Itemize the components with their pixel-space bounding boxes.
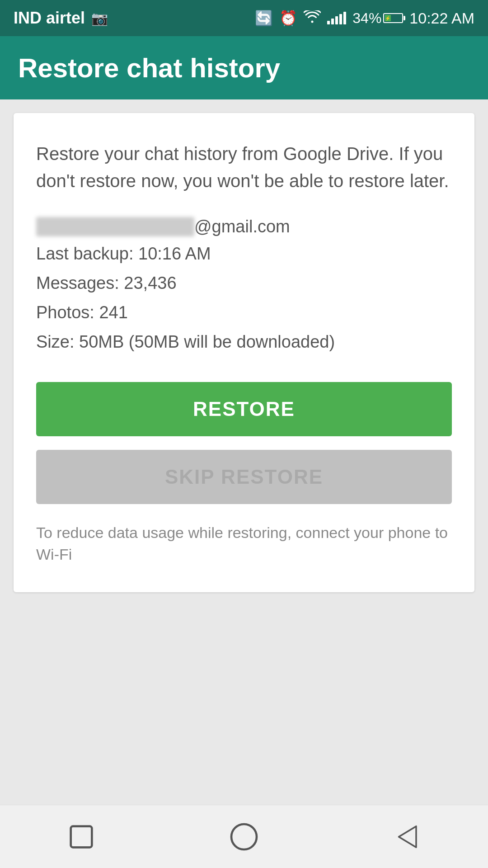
svg-point-1	[231, 824, 257, 849]
app-bar: Restore chat history	[0, 36, 488, 99]
backup-size: Size: 50MB (50MB will be downloaded)	[36, 329, 452, 355]
backup-info: █████████████@gmail.com Last backup: 10:…	[36, 217, 452, 355]
last-backup: Last backup: 10:16 AM	[36, 241, 452, 267]
wifi-icon	[304, 10, 321, 27]
main-content: Restore your chat history from Google Dr…	[0, 99, 488, 606]
home-icon	[228, 821, 260, 853]
signal-icon	[327, 12, 346, 24]
battery-indicator: 34%	[352, 10, 403, 27]
skip-restore-button[interactable]: SKIP RESTORE	[36, 450, 452, 504]
email-domain: @gmail.com	[194, 217, 290, 236]
nav-bar	[0, 805, 488, 868]
photos-count: Photos: 241	[36, 300, 452, 326]
alarm-icon: ⏰	[279, 9, 297, 27]
screenshot-icon: 📷	[91, 10, 108, 26]
battery-percent: 34%	[352, 10, 381, 27]
restore-button[interactable]: RESTORE	[36, 382, 452, 436]
svg-marker-2	[399, 826, 417, 847]
back-icon	[391, 821, 422, 853]
sync-icon: 🔄	[255, 9, 273, 27]
home-button[interactable]	[226, 819, 262, 855]
page-title: Restore chat history	[18, 52, 280, 84]
status-bar: IND airtel 📷 🔄 ⏰ 34%	[0, 0, 488, 36]
email-blurred: █████████████	[36, 217, 194, 236]
description-text: Restore your chat history from Google Dr…	[36, 140, 452, 194]
status-left: IND airtel 📷	[14, 9, 108, 28]
battery-icon	[383, 13, 403, 23]
carrier-name: IND airtel	[14, 9, 85, 28]
restore-card: Restore your chat history from Google Dr…	[14, 113, 474, 592]
svg-rect-0	[71, 826, 92, 847]
messages-count: Messages: 23,436	[36, 270, 452, 296]
back-button[interactable]	[389, 819, 425, 855]
wifi-note: To reduce data usage while restoring, co…	[36, 522, 452, 565]
time-display: 10:22 AM	[409, 9, 474, 27]
recent-apps-icon	[66, 821, 97, 853]
status-right: 🔄 ⏰ 34% 10:22 AM	[255, 9, 474, 27]
email-display: █████████████@gmail.com	[36, 217, 452, 236]
recent-apps-button[interactable]	[63, 819, 99, 855]
